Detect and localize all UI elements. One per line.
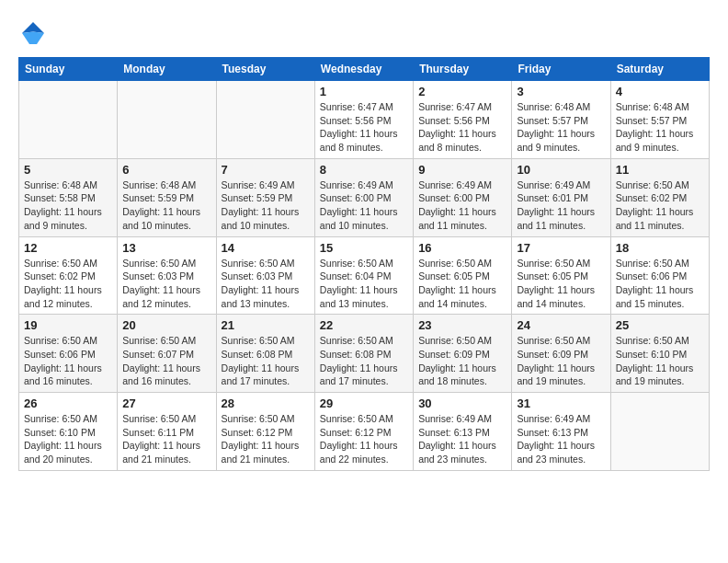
day-info: Sunrise: 6:49 AM Sunset: 6:01 PM Dayligh… bbox=[517, 178, 605, 233]
calendar-cell: 7Sunrise: 6:49 AM Sunset: 5:59 PM Daylig… bbox=[216, 158, 314, 236]
weekday-header-wednesday: Wednesday bbox=[314, 58, 413, 81]
day-info: Sunrise: 6:50 AM Sunset: 6:06 PM Dayligh… bbox=[616, 257, 704, 311]
day-number: 17 bbox=[517, 241, 605, 255]
day-number: 13 bbox=[122, 241, 210, 255]
calendar-cell bbox=[216, 81, 314, 159]
weekday-header-sunday: Sunday bbox=[19, 58, 118, 81]
calendar-cell: 29Sunrise: 6:50 AM Sunset: 6:12 PM Dayli… bbox=[314, 393, 413, 471]
page-header bbox=[18, 18, 710, 48]
day-number: 9 bbox=[418, 163, 506, 177]
logo-icon bbox=[18, 18, 48, 48]
day-number: 7 bbox=[222, 163, 310, 177]
day-info: Sunrise: 6:50 AM Sunset: 6:12 PM Dayligh… bbox=[222, 412, 310, 466]
calendar-cell: 4Sunrise: 6:48 AM Sunset: 5:57 PM Daylig… bbox=[610, 81, 709, 159]
day-number: 21 bbox=[222, 318, 310, 332]
day-info: Sunrise: 6:48 AM Sunset: 5:57 PM Dayligh… bbox=[517, 100, 605, 155]
day-info: Sunrise: 6:50 AM Sunset: 6:10 PM Dayligh… bbox=[616, 334, 704, 388]
day-info: Sunrise: 6:49 AM Sunset: 6:13 PM Dayligh… bbox=[517, 412, 605, 466]
calendar-cell: 14Sunrise: 6:50 AM Sunset: 6:03 PM Dayli… bbox=[216, 236, 314, 315]
calendar-cell: 22Sunrise: 6:50 AM Sunset: 6:08 PM Dayli… bbox=[314, 315, 413, 393]
day-info: Sunrise: 6:50 AM Sunset: 6:08 PM Dayligh… bbox=[222, 334, 310, 388]
day-number: 10 bbox=[517, 163, 605, 177]
calendar-cell: 3Sunrise: 6:48 AM Sunset: 5:57 PM Daylig… bbox=[512, 81, 610, 159]
day-info: Sunrise: 6:50 AM Sunset: 6:06 PM Dayligh… bbox=[24, 334, 112, 388]
calendar-cell: 19Sunrise: 6:50 AM Sunset: 6:06 PM Dayli… bbox=[19, 315, 118, 393]
calendar-cell: 13Sunrise: 6:50 AM Sunset: 6:03 PM Dayli… bbox=[118, 236, 216, 315]
day-info: Sunrise: 6:50 AM Sunset: 6:03 PM Dayligh… bbox=[122, 257, 210, 311]
calendar-cell: 10Sunrise: 6:49 AM Sunset: 6:01 PM Dayli… bbox=[512, 158, 610, 236]
calendar-cell bbox=[610, 393, 709, 471]
day-number: 12 bbox=[24, 241, 112, 255]
day-info: Sunrise: 6:50 AM Sunset: 6:07 PM Dayligh… bbox=[122, 334, 210, 388]
day-number: 27 bbox=[122, 396, 210, 410]
weekday-header-saturday: Saturday bbox=[610, 58, 709, 81]
day-number: 26 bbox=[24, 396, 112, 410]
day-number: 31 bbox=[517, 396, 605, 410]
weekday-header-tuesday: Tuesday bbox=[216, 58, 314, 81]
calendar-cell: 20Sunrise: 6:50 AM Sunset: 6:07 PM Dayli… bbox=[118, 315, 216, 393]
calendar-cell: 6Sunrise: 6:48 AM Sunset: 5:59 PM Daylig… bbox=[118, 158, 216, 236]
calendar-cell: 17Sunrise: 6:50 AM Sunset: 6:05 PM Dayli… bbox=[512, 236, 610, 315]
day-number: 14 bbox=[222, 241, 310, 255]
day-info: Sunrise: 6:50 AM Sunset: 6:08 PM Dayligh… bbox=[320, 334, 408, 388]
calendar-cell: 28Sunrise: 6:50 AM Sunset: 6:12 PM Dayli… bbox=[216, 393, 314, 471]
calendar-cell: 1Sunrise: 6:47 AM Sunset: 5:56 PM Daylig… bbox=[314, 81, 413, 159]
day-number: 5 bbox=[24, 163, 112, 177]
day-number: 30 bbox=[418, 396, 506, 410]
calendar-cell: 30Sunrise: 6:49 AM Sunset: 6:13 PM Dayli… bbox=[414, 393, 512, 471]
day-number: 8 bbox=[320, 163, 408, 177]
day-info: Sunrise: 6:47 AM Sunset: 5:56 PM Dayligh… bbox=[320, 100, 408, 155]
calendar-cell: 5Sunrise: 6:48 AM Sunset: 5:58 PM Daylig… bbox=[19, 158, 118, 236]
calendar-cell: 11Sunrise: 6:50 AM Sunset: 6:02 PM Dayli… bbox=[610, 158, 709, 236]
day-number: 18 bbox=[616, 241, 704, 255]
calendar-cell bbox=[118, 81, 216, 159]
calendar-cell: 8Sunrise: 6:49 AM Sunset: 6:00 PM Daylig… bbox=[314, 158, 413, 236]
day-info: Sunrise: 6:50 AM Sunset: 6:12 PM Dayligh… bbox=[320, 412, 408, 466]
calendar-cell: 31Sunrise: 6:49 AM Sunset: 6:13 PM Dayli… bbox=[512, 393, 610, 471]
day-info: Sunrise: 6:50 AM Sunset: 6:05 PM Dayligh… bbox=[517, 257, 605, 311]
day-number: 25 bbox=[616, 318, 704, 332]
day-number: 20 bbox=[122, 318, 210, 332]
weekday-header-monday: Monday bbox=[118, 58, 216, 81]
day-info: Sunrise: 6:50 AM Sunset: 6:11 PM Dayligh… bbox=[122, 412, 210, 466]
day-info: Sunrise: 6:50 AM Sunset: 6:09 PM Dayligh… bbox=[517, 334, 605, 388]
calendar-cell: 16Sunrise: 6:50 AM Sunset: 6:05 PM Dayli… bbox=[414, 236, 512, 315]
day-number: 6 bbox=[122, 163, 210, 177]
calendar-cell: 26Sunrise: 6:50 AM Sunset: 6:10 PM Dayli… bbox=[19, 393, 118, 471]
day-number: 15 bbox=[320, 241, 408, 255]
day-info: Sunrise: 6:49 AM Sunset: 5:59 PM Dayligh… bbox=[222, 178, 310, 233]
day-info: Sunrise: 6:50 AM Sunset: 6:05 PM Dayligh… bbox=[418, 257, 506, 311]
calendar-cell: 9Sunrise: 6:49 AM Sunset: 6:00 PM Daylig… bbox=[414, 158, 512, 236]
svg-marker-1 bbox=[22, 31, 44, 44]
logo bbox=[18, 18, 51, 48]
day-info: Sunrise: 6:47 AM Sunset: 5:56 PM Dayligh… bbox=[418, 100, 506, 155]
day-number: 11 bbox=[616, 163, 704, 177]
calendar-cell: 23Sunrise: 6:50 AM Sunset: 6:09 PM Dayli… bbox=[414, 315, 512, 393]
day-number: 2 bbox=[418, 85, 506, 98]
weekday-header-thursday: Thursday bbox=[414, 58, 512, 81]
day-info: Sunrise: 6:48 AM Sunset: 5:57 PM Dayligh… bbox=[616, 100, 704, 155]
calendar-cell bbox=[19, 81, 118, 159]
calendar-cell: 2Sunrise: 6:47 AM Sunset: 5:56 PM Daylig… bbox=[414, 81, 512, 159]
day-number: 3 bbox=[517, 85, 605, 98]
day-info: Sunrise: 6:49 AM Sunset: 6:00 PM Dayligh… bbox=[418, 178, 506, 233]
day-info: Sunrise: 6:48 AM Sunset: 5:59 PM Dayligh… bbox=[122, 178, 210, 233]
calendar-cell: 24Sunrise: 6:50 AM Sunset: 6:09 PM Dayli… bbox=[512, 315, 610, 393]
day-number: 28 bbox=[222, 396, 310, 410]
day-info: Sunrise: 6:49 AM Sunset: 6:13 PM Dayligh… bbox=[418, 412, 506, 466]
day-info: Sunrise: 6:50 AM Sunset: 6:10 PM Dayligh… bbox=[24, 412, 112, 466]
calendar-cell: 25Sunrise: 6:50 AM Sunset: 6:10 PM Dayli… bbox=[610, 315, 709, 393]
calendar-cell: 21Sunrise: 6:50 AM Sunset: 6:08 PM Dayli… bbox=[216, 315, 314, 393]
day-number: 4 bbox=[616, 85, 704, 98]
day-number: 22 bbox=[320, 318, 408, 332]
day-info: Sunrise: 6:50 AM Sunset: 6:09 PM Dayligh… bbox=[418, 334, 506, 388]
day-number: 23 bbox=[418, 318, 506, 332]
day-info: Sunrise: 6:50 AM Sunset: 6:02 PM Dayligh… bbox=[24, 257, 112, 311]
day-info: Sunrise: 6:50 AM Sunset: 6:02 PM Dayligh… bbox=[616, 178, 704, 233]
day-info: Sunrise: 6:48 AM Sunset: 5:58 PM Dayligh… bbox=[24, 178, 112, 233]
svg-marker-0 bbox=[22, 22, 44, 33]
day-number: 1 bbox=[320, 85, 408, 98]
calendar-cell: 27Sunrise: 6:50 AM Sunset: 6:11 PM Dayli… bbox=[118, 393, 216, 471]
calendar-cell: 15Sunrise: 6:50 AM Sunset: 6:04 PM Dayli… bbox=[314, 236, 413, 315]
calendar: SundayMondayTuesdayWednesdayThursdayFrid… bbox=[18, 57, 710, 471]
